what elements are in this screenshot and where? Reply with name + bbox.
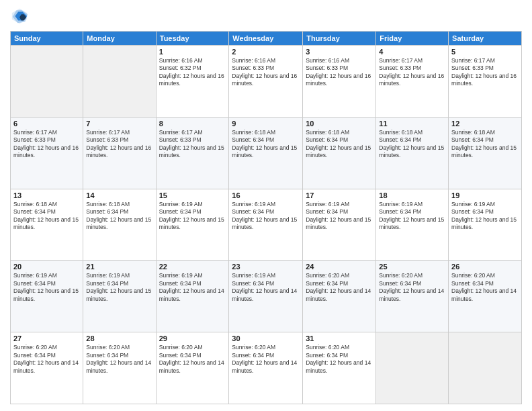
day-number: 25 [379, 263, 445, 271]
calendar-cell: 20Sunrise: 6:19 AM Sunset: 6:34 PM Dayli… [11, 261, 83, 332]
day-info: Sunrise: 6:17 AM Sunset: 6:33 PM Dayligh… [13, 129, 80, 160]
day-number: 30 [232, 334, 300, 342]
calendar-cell: 21Sunrise: 6:19 AM Sunset: 6:34 PM Dayli… [83, 261, 156, 332]
day-info: Sunrise: 6:16 AM Sunset: 6:32 PM Dayligh… [159, 57, 226, 88]
calendar-cell: 18Sunrise: 6:19 AM Sunset: 6:34 PM Dayli… [376, 189, 449, 261]
calendar-header-tuesday: Tuesday [156, 32, 229, 46]
day-number: 23 [232, 263, 300, 271]
day-info: Sunrise: 6:19 AM Sunset: 6:34 PM Dayligh… [232, 272, 300, 303]
calendar-cell: 6Sunrise: 6:17 AM Sunset: 6:33 PM Daylig… [11, 117, 83, 189]
day-number: 28 [86, 334, 152, 342]
day-info: Sunrise: 6:17 AM Sunset: 6:33 PM Dayligh… [86, 129, 152, 160]
day-info: Sunrise: 6:18 AM Sunset: 6:34 PM Dayligh… [13, 201, 80, 232]
day-number: 4 [379, 48, 445, 56]
calendar-cell [449, 332, 522, 404]
day-info: Sunrise: 6:20 AM Sunset: 6:34 PM Dayligh… [13, 344, 80, 375]
day-number: 6 [13, 120, 80, 128]
calendar-cell: 11Sunrise: 6:18 AM Sunset: 6:34 PM Dayli… [376, 117, 449, 189]
day-number: 26 [451, 263, 519, 271]
day-number: 18 [379, 191, 445, 199]
day-number: 20 [13, 263, 80, 271]
day-number: 29 [159, 334, 226, 342]
day-number: 3 [306, 48, 373, 56]
calendar-cell: 31Sunrise: 6:20 AM Sunset: 6:34 PM Dayli… [303, 332, 376, 404]
calendar-cell: 22Sunrise: 6:19 AM Sunset: 6:34 PM Dayli… [156, 261, 229, 332]
day-number: 11 [379, 120, 445, 128]
logo [10, 7, 32, 26]
calendar-cell: 16Sunrise: 6:19 AM Sunset: 6:34 PM Dayli… [229, 189, 303, 261]
calendar-cell: 9Sunrise: 6:18 AM Sunset: 6:34 PM Daylig… [229, 117, 303, 189]
day-number: 9 [232, 120, 300, 128]
day-info: Sunrise: 6:20 AM Sunset: 6:34 PM Dayligh… [306, 344, 373, 375]
calendar-cell: 8Sunrise: 6:17 AM Sunset: 6:33 PM Daylig… [156, 117, 229, 189]
day-number: 1 [159, 48, 226, 56]
calendar-header-monday: Monday [83, 32, 156, 46]
day-info: Sunrise: 6:19 AM Sunset: 6:34 PM Dayligh… [159, 272, 226, 303]
day-number: 13 [13, 191, 80, 199]
calendar-header-saturday: Saturday [449, 32, 522, 46]
day-info: Sunrise: 6:20 AM Sunset: 6:34 PM Dayligh… [451, 272, 519, 303]
day-info: Sunrise: 6:16 AM Sunset: 6:33 PM Dayligh… [232, 57, 300, 88]
day-number: 19 [451, 191, 519, 199]
calendar-cell: 27Sunrise: 6:20 AM Sunset: 6:34 PM Dayli… [11, 332, 83, 404]
day-number: 10 [306, 120, 373, 128]
day-info: Sunrise: 6:18 AM Sunset: 6:34 PM Dayligh… [306, 129, 373, 160]
day-number: 2 [232, 48, 300, 56]
calendar-cell: 23Sunrise: 6:19 AM Sunset: 6:34 PM Dayli… [229, 261, 303, 332]
calendar-week-2: 6Sunrise: 6:17 AM Sunset: 6:33 PM Daylig… [11, 117, 522, 189]
day-info: Sunrise: 6:16 AM Sunset: 6:33 PM Dayligh… [306, 57, 373, 88]
day-number: 5 [451, 48, 519, 56]
calendar-cell: 2Sunrise: 6:16 AM Sunset: 6:33 PM Daylig… [229, 46, 303, 118]
day-number: 27 [13, 334, 80, 342]
day-info: Sunrise: 6:20 AM Sunset: 6:34 PM Dayligh… [232, 344, 300, 375]
calendar-cell: 28Sunrise: 6:20 AM Sunset: 6:34 PM Dayli… [83, 332, 156, 404]
day-info: Sunrise: 6:18 AM Sunset: 6:34 PM Dayligh… [451, 129, 519, 160]
calendar-cell [376, 332, 449, 404]
calendar-week-4: 20Sunrise: 6:19 AM Sunset: 6:34 PM Dayli… [11, 261, 522, 332]
calendar-header-thursday: Thursday [303, 32, 376, 46]
day-info: Sunrise: 6:20 AM Sunset: 6:34 PM Dayligh… [159, 344, 226, 375]
calendar-header-sunday: Sunday [11, 32, 83, 46]
calendar-cell: 14Sunrise: 6:18 AM Sunset: 6:34 PM Dayli… [83, 189, 156, 261]
calendar-cell: 13Sunrise: 6:18 AM Sunset: 6:34 PM Dayli… [11, 189, 83, 261]
day-info: Sunrise: 6:17 AM Sunset: 6:33 PM Dayligh… [159, 129, 226, 160]
calendar-cell: 3Sunrise: 6:16 AM Sunset: 6:33 PM Daylig… [303, 46, 376, 118]
day-number: 7 [86, 120, 152, 128]
calendar-header-row: SundayMondayTuesdayWednesdayThursdayFrid… [11, 32, 522, 46]
day-info: Sunrise: 6:19 AM Sunset: 6:34 PM Dayligh… [13, 272, 80, 303]
day-number: 31 [306, 334, 373, 342]
calendar-cell: 15Sunrise: 6:19 AM Sunset: 6:34 PM Dayli… [156, 189, 229, 261]
day-number: 12 [451, 120, 519, 128]
calendar-cell: 5Sunrise: 6:17 AM Sunset: 6:33 PM Daylig… [449, 46, 522, 118]
calendar-cell: 24Sunrise: 6:20 AM Sunset: 6:34 PM Dayli… [303, 261, 376, 332]
calendar-cell [11, 46, 83, 118]
day-number: 22 [159, 263, 226, 271]
day-info: Sunrise: 6:19 AM Sunset: 6:34 PM Dayligh… [451, 201, 519, 232]
calendar-week-1: 1Sunrise: 6:16 AM Sunset: 6:32 PM Daylig… [11, 46, 522, 118]
calendar-cell: 30Sunrise: 6:20 AM Sunset: 6:34 PM Dayli… [229, 332, 303, 404]
calendar-week-5: 27Sunrise: 6:20 AM Sunset: 6:34 PM Dayli… [11, 332, 522, 404]
calendar-cell: 1Sunrise: 6:16 AM Sunset: 6:32 PM Daylig… [156, 46, 229, 118]
day-info: Sunrise: 6:19 AM Sunset: 6:34 PM Dayligh… [86, 272, 152, 303]
calendar-cell [83, 46, 156, 118]
calendar-cell: 29Sunrise: 6:20 AM Sunset: 6:34 PM Dayli… [156, 332, 229, 404]
day-info: Sunrise: 6:19 AM Sunset: 6:34 PM Dayligh… [159, 201, 226, 232]
day-number: 15 [159, 191, 226, 199]
day-info: Sunrise: 6:20 AM Sunset: 6:34 PM Dayligh… [306, 272, 373, 303]
calendar-cell: 19Sunrise: 6:19 AM Sunset: 6:34 PM Dayli… [449, 189, 522, 261]
calendar-cell: 7Sunrise: 6:17 AM Sunset: 6:33 PM Daylig… [83, 117, 156, 189]
calendar-cell: 12Sunrise: 6:18 AM Sunset: 6:34 PM Dayli… [449, 117, 522, 189]
day-info: Sunrise: 6:18 AM Sunset: 6:34 PM Dayligh… [232, 129, 300, 160]
calendar-cell: 25Sunrise: 6:20 AM Sunset: 6:34 PM Dayli… [376, 261, 449, 332]
day-number: 16 [232, 191, 300, 199]
logo-icon [10, 7, 29, 26]
day-info: Sunrise: 6:17 AM Sunset: 6:33 PM Dayligh… [451, 57, 519, 88]
calendar-cell: 4Sunrise: 6:17 AM Sunset: 6:33 PM Daylig… [376, 46, 449, 118]
calendar-cell: 26Sunrise: 6:20 AM Sunset: 6:34 PM Dayli… [449, 261, 522, 332]
calendar-header-friday: Friday [376, 32, 449, 46]
calendar-cell: 10Sunrise: 6:18 AM Sunset: 6:34 PM Dayli… [303, 117, 376, 189]
day-info: Sunrise: 6:18 AM Sunset: 6:34 PM Dayligh… [379, 129, 445, 160]
day-info: Sunrise: 6:20 AM Sunset: 6:34 PM Dayligh… [379, 272, 445, 303]
day-info: Sunrise: 6:17 AM Sunset: 6:33 PM Dayligh… [379, 57, 445, 88]
day-number: 17 [306, 191, 373, 199]
